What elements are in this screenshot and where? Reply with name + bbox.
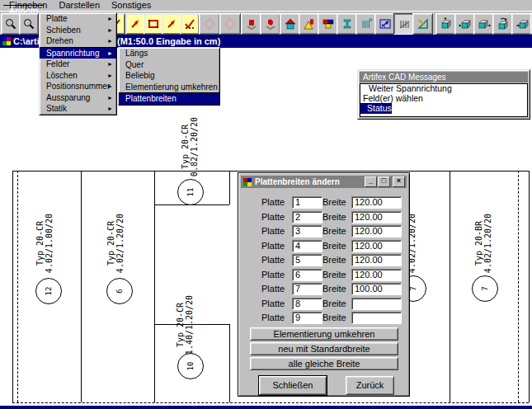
neu-mit-standardbreite-button[interactable]: neu mit Standardbreite [250, 342, 398, 355]
home-view-button[interactable] [280, 13, 300, 35]
close-icon[interactable]: × [393, 176, 405, 187]
submenu-arrow-icon: ► [107, 92, 113, 104]
layers-button[interactable] [318, 13, 338, 35]
menubar: Eingeben Ändern Darstellen Sonstiges [0, 0, 532, 11]
rotate-red-button[interactable] [241, 13, 261, 35]
element-up-button[interactable] [435, 13, 456, 35]
platte-num-input[interactable]: 4 [292, 240, 322, 252]
span-direction-button[interactable] [374, 13, 395, 35]
select-rect-button[interactable] [144, 13, 163, 35]
position-circle: 12 [35, 278, 62, 304]
hatch-button[interactable] [393, 13, 414, 35]
submenu-item-beliebig[interactable]: Beliebig [119, 70, 219, 82]
platte-label: Platte [261, 254, 285, 266]
messages-list: Weiter Spannrichtung Feld(er) wählen Sta… [360, 83, 528, 117]
dialog-titlebar[interactable]: Plattenbreiten ändern _ □ × [241, 176, 407, 188]
platte-num-input[interactable]: 7 [292, 283, 322, 295]
schliessen-button[interactable]: Schließen [259, 376, 327, 395]
menu-item-statik[interactable]: Statik► [40, 103, 116, 115]
position-circle: 7 [472, 275, 498, 302]
menu-item-felder[interactable]: Felder► [40, 59, 116, 70]
breite-input[interactable]: 120.00 [351, 225, 402, 237]
platte-num-input[interactable]: 2 [292, 211, 322, 223]
flag-icon [322, 17, 335, 31]
platte-num-input[interactable]: 6 [292, 269, 322, 281]
drawing-line [529, 171, 530, 402]
plate-label: Typ 20-CR 4.02/1.20/20 [106, 214, 125, 273]
mirror-red-button[interactable] [260, 13, 280, 35]
submenu-arrow-icon: ► [107, 103, 113, 115]
steel-beam-icon [341, 17, 354, 31]
rebar-comb-icon [360, 17, 373, 31]
zoom-in-button[interactable] [1, 13, 21, 35]
element-rotate-button[interactable] [492, 13, 513, 35]
steel-beam-button[interactable] [337, 13, 357, 35]
platte-label: Platte [261, 240, 285, 252]
platte-num-input[interactable]: 5 [292, 254, 322, 266]
move-button[interactable] [125, 13, 145, 35]
breite-input[interactable]: 120.00 [351, 196, 402, 209]
plate-divider [450, 171, 450, 402]
confirm-button[interactable] [180, 13, 200, 35]
menu-item-platte[interactable]: Platte► [40, 13, 116, 25]
platte-label: Platte [261, 312, 285, 324]
breite-label: Breite [322, 196, 346, 209]
platte-label: Platte [261, 211, 285, 223]
alle-gleiche-breite-button[interactable]: alle gleiche Breite [250, 357, 398, 370]
breite-input[interactable] [351, 298, 402, 310]
element-left-button[interactable] [454, 13, 475, 35]
breite-input[interactable]: 120.00 [351, 211, 402, 223]
menu-sonstiges[interactable]: Sonstiges [106, 0, 157, 11]
plate-label: Typ 20-BR 4.02/1.20/20 [474, 214, 492, 273]
confirm-check-icon [183, 17, 196, 31]
opening-filled-button[interactable] [219, 13, 241, 35]
bottom-window-strip[interactable] [0, 406, 532, 409]
breite-input[interactable]: 120.00 [351, 254, 402, 266]
message-row: Feld(er) wählen [360, 94, 527, 104]
measure-button[interactable] [412, 13, 433, 35]
breite-input[interactable]: 120.00 [351, 269, 402, 281]
platte-label: Platte [261, 298, 285, 310]
menu-item-positionsnummer[interactable]: Positionsnummer► [40, 81, 116, 92]
stretch-button[interactable] [162, 13, 181, 35]
rebar-button[interactable] [355, 13, 376, 35]
document-title-right: (M1:50.0 Eingabe in cm) [117, 36, 220, 46]
menu-item-aussparung[interactable]: Aussparung► [40, 92, 116, 104]
minimize-button[interactable]: _ [365, 176, 377, 187]
submenu-item-laengs[interactable]: Längs [119, 48, 219, 59]
elementierung-umkehren-button[interactable]: Elementierung umkehren [250, 327, 398, 341]
menu-andern[interactable]: Ändern [3, 5, 44, 6]
zoom-out-button[interactable] [19, 13, 39, 35]
document-icon [2, 37, 11, 45]
opening-outline-button[interactable] [199, 13, 220, 35]
menu-item-spannrichtung[interactable]: Spannrichtung► [40, 47, 116, 59]
breite-input[interactable]: 120.00 [351, 240, 402, 252]
zurueck-button[interactable]: Zurück [346, 376, 394, 395]
submenu-item-elementierung-umkehren[interactable]: Elementierung umkehren [119, 82, 219, 93]
platte-num-input[interactable]: 8 [292, 298, 322, 310]
element-right-button[interactable] [473, 13, 494, 35]
menu-item-loeschen[interactable]: Löschen► [40, 70, 116, 82]
plate-label: Typ 20-CR 0.82/1.20/20 [181, 117, 199, 176]
platte-num-input[interactable]: 9 [292, 312, 322, 324]
breite-input[interactable]: 100.00 [351, 283, 402, 295]
submenu-item-plattenbreiten[interactable]: Plattenbreiten [119, 92, 219, 105]
messages-titlebar[interactable]: Artifex CAD Messages [360, 72, 528, 82]
spray-tool-button[interactable] [299, 13, 319, 35]
platte-num-input[interactable]: 3 [292, 225, 322, 237]
cube-arrow-right-icon [478, 17, 491, 31]
drawing-axis-line [518, 171, 519, 402]
maximize-button[interactable]: □ [378, 176, 390, 187]
house-icon [284, 17, 297, 31]
cube-arrow-up-icon [440, 17, 453, 31]
platte-num-input[interactable]: 1 [292, 196, 322, 209]
drawing-line-dashed [12, 402, 529, 403]
menu-darstellen[interactable]: Darstellen [54, 0, 106, 11]
menu-item-drehen[interactable]: Drehen► [40, 35, 116, 47]
submenu-item-quer[interactable]: Quer [119, 59, 219, 71]
element-insert-button[interactable] [511, 13, 532, 35]
breite-label: Breite [322, 283, 346, 295]
position-circle: 6 [106, 278, 133, 304]
menu-item-schieben[interactable]: Schieben► [40, 25, 116, 36]
breite-input[interactable] [351, 312, 402, 324]
